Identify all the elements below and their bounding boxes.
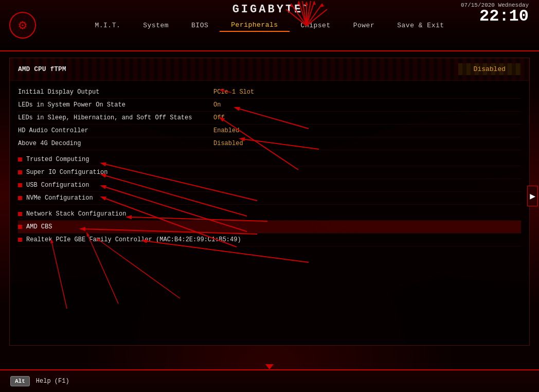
bullet-icon — [18, 212, 22, 216]
submenu-label: Network Stack Configuration — [26, 210, 126, 218]
setting-value: Disabled — [213, 140, 521, 147]
right-arrow-button[interactable]: ▶ — [527, 186, 538, 206]
submenu-usb-config[interactable]: USB Configuration — [18, 179, 521, 192]
submenu-label: NVMe Configuration — [26, 194, 93, 202]
bottom-triangle — [265, 364, 274, 369]
submenu-amd-cbs[interactable]: AMD CBS — [18, 221, 521, 234]
brand-title: GIGABYTE™ — [232, 3, 307, 16]
navbar: M.I.T. System BIOS Peripherals Chipset P… — [0, 19, 539, 32]
submenu-nvme-config[interactable]: NVMe Configuration — [18, 192, 521, 205]
gear-logo: ⚙ — [9, 12, 36, 39]
header: ⚙ GIGABYTE™ 07/15/2020 Wednesday 22:10 M… — [0, 0, 539, 51]
settings-list: Initial Display Output PCIe 1 Slot LEDs … — [10, 81, 529, 252]
setting-value: PCIe 1 Slot — [213, 88, 521, 96]
submenu-label: USB Configuration — [26, 182, 89, 189]
ftpm-header-row[interactable]: AMD CPU fTPM Disabled — [10, 58, 529, 81]
bottom-bar: Alt Help (F1) — [0, 369, 539, 392]
bullet-icon — [18, 238, 22, 242]
nav-chipset[interactable]: Chipset — [290, 20, 342, 31]
submenu-label: Realtek PCIe GBE Family Controller (MAC:… — [26, 236, 241, 243]
submenu-realtek[interactable]: Realtek PCIe GBE Family Controller (MAC:… — [18, 234, 521, 246]
submenu-trusted-computing[interactable]: Trusted Computing — [18, 153, 521, 166]
main-panel: AMD CPU fTPM Disabled Initial Display Ou… — [9, 58, 530, 346]
bullet-icon — [18, 170, 22, 174]
setting-row-above-4g[interactable]: Above 4G Decoding Disabled — [18, 137, 521, 150]
help-text: Help (F1) — [36, 378, 69, 385]
bullet-icon — [18, 157, 22, 162]
setting-value: Off — [213, 114, 521, 121]
ftpm-label: AMD CPU fTPM — [18, 65, 458, 73]
ftpm-value: Disabled — [458, 63, 521, 75]
bullet-icon — [18, 196, 22, 200]
bullet-icon — [18, 183, 22, 187]
setting-name: LEDs in Sleep, Hibernation, and Soft Off… — [18, 114, 213, 121]
submenu-network-stack[interactable]: Network Stack Configuration — [18, 208, 521, 221]
bullet-icon — [18, 225, 22, 229]
setting-row-leds-power[interactable]: LEDs in System Power On State On — [18, 99, 521, 112]
setting-value: On — [213, 101, 521, 109]
nav-save-exit[interactable]: Save & Exit — [386, 20, 455, 31]
submenu-label: AMD CBS — [26, 223, 52, 230]
setting-name: LEDs in System Power On State — [18, 101, 213, 109]
alt-key[interactable]: Alt — [10, 376, 30, 386]
setting-row-hd-audio[interactable]: HD Audio Controller Enabled — [18, 124, 521, 137]
setting-row-leds-sleep[interactable]: LEDs in Sleep, Hibernation, and Soft Off… — [18, 112, 521, 124]
submenu-super-io[interactable]: Super IO Configuration — [18, 166, 521, 179]
submenu-label: Super IO Configuration — [26, 169, 107, 176]
setting-name: HD Audio Controller — [18, 127, 213, 134]
nav-bios[interactable]: BIOS — [180, 20, 220, 31]
nav-mit[interactable]: M.I.T. — [83, 20, 132, 31]
setting-row-initial-display[interactable]: Initial Display Output PCIe 1 Slot — [18, 86, 521, 99]
setting-name: Above 4G Decoding — [18, 140, 213, 147]
datetime: 07/15/2020 Wednesday 22:10 — [461, 2, 529, 25]
setting-name: Initial Display Output — [18, 88, 213, 96]
nav-power[interactable]: Power — [342, 20, 386, 31]
setting-value: Enabled — [213, 127, 521, 134]
nav-system[interactable]: System — [132, 20, 180, 31]
nav-peripherals[interactable]: Peripherals — [220, 19, 289, 32]
submenu-label: Trusted Computing — [26, 156, 89, 163]
